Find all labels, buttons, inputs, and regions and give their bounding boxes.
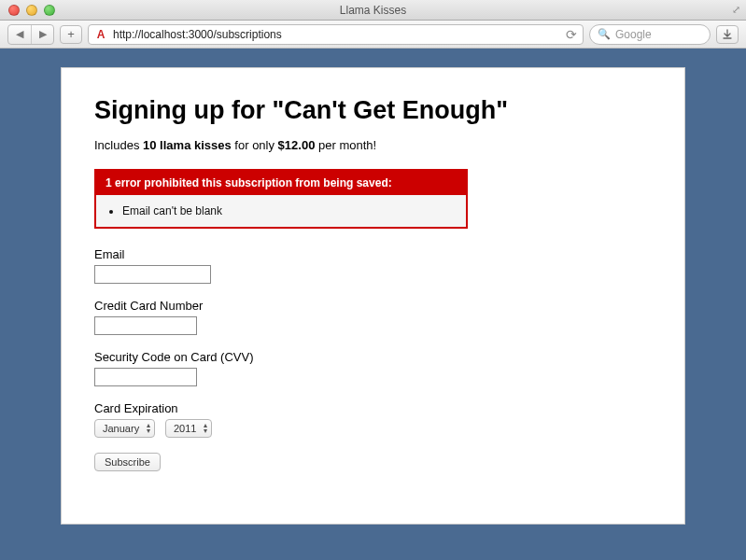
forward-button[interactable]: ▶	[31, 25, 53, 44]
downloads-button[interactable]	[716, 25, 739, 44]
card-number-input[interactable]	[94, 316, 197, 335]
search-placeholder: Google	[615, 28, 652, 41]
subscribe-button[interactable]: Subscribe	[94, 453, 161, 471]
expiration-month-select[interactable]: January ▴▾	[94, 419, 155, 438]
expiration-month-value: January	[103, 423, 139, 434]
field-email: Email	[94, 247, 652, 284]
window-maximize-button[interactable]	[44, 5, 55, 16]
plan-suffix: per month!	[315, 138, 376, 152]
error-header: 1 error prohibited this subscription fro…	[96, 171, 466, 195]
page-content: Signing up for "Can't Get Enough" Includ…	[61, 67, 685, 525]
page-viewport: Signing up for "Can't Get Enough" Includ…	[0, 49, 746, 560]
search-bar[interactable]: 🔍 Google	[589, 24, 711, 45]
cvv-label: Security Code on Card (CVV)	[94, 350, 652, 364]
search-icon: 🔍	[598, 28, 611, 40]
cvv-input[interactable]	[94, 368, 197, 386]
field-submit: Subscribe	[94, 453, 652, 471]
expiration-label: Card Expiration	[94, 401, 652, 415]
expiration-year-value: 2011	[174, 423, 196, 434]
email-input[interactable]	[94, 265, 211, 284]
field-cvv: Security Code on Card (CVV)	[94, 350, 652, 386]
browser-toolbar: ◀ ▶ + A http://localhost:3000/subscripti…	[0, 21, 746, 49]
plan-prefix: Includes	[94, 138, 143, 152]
window-resize-icon: ⤢	[732, 4, 746, 16]
download-icon	[722, 29, 733, 40]
card-number-label: Credit Card Number	[94, 299, 652, 313]
expiration-year-select[interactable]: 2011 ▴▾	[165, 419, 212, 438]
error-explanation: 1 error prohibited this subscription fro…	[94, 169, 468, 229]
nav-buttons: ◀ ▶	[7, 24, 54, 45]
chevron-updown-icon: ▴▾	[147, 423, 150, 434]
url-bar[interactable]: A http://localhost:3000/subscriptions ⟳	[88, 24, 584, 45]
chevron-updown-icon: ▴▾	[204, 423, 207, 434]
favicon-icon: A	[94, 28, 107, 41]
subscribe-button-label: Subscribe	[105, 456, 150, 468]
field-card-number: Credit Card Number	[94, 299, 652, 335]
window-title: Llama Kisses	[0, 4, 746, 17]
window-minimize-button[interactable]	[26, 5, 37, 16]
url-text: http://localhost:3000/subscriptions	[113, 28, 282, 41]
window-close-button[interactable]	[8, 5, 20, 16]
traffic-lights	[0, 5, 55, 16]
field-expiration: Card Expiration January ▴▾ 2011 ▴▾	[94, 401, 652, 438]
page-title: Signing up for "Can't Get Enough"	[94, 96, 652, 125]
plan-price: $12.00	[278, 138, 316, 152]
error-list: Email can't be blank	[96, 195, 466, 227]
email-label: Email	[94, 247, 652, 261]
plan-mid: for only	[232, 138, 278, 152]
plan-description: Includes 10 llama kisses for only $12.00…	[94, 138, 652, 152]
back-button[interactable]: ◀	[8, 25, 31, 44]
plan-kisses: 10 llama kisses	[143, 138, 232, 152]
reload-icon[interactable]: ⟳	[566, 27, 577, 42]
add-bookmark-button[interactable]: +	[60, 25, 82, 44]
window-titlebar: Llama Kisses ⤢	[0, 0, 746, 21]
error-item: Email can't be blank	[122, 204, 457, 217]
